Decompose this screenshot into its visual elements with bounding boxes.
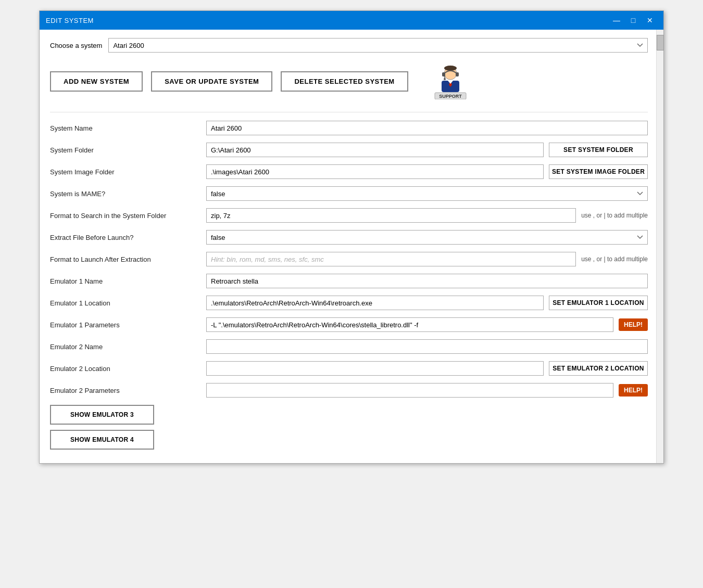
emulator1-location-label: Emulator 1 Location [50, 299, 206, 307]
set-emulator2-location-button[interactable]: SET EMULATOR 2 LOCATION [549, 361, 648, 376]
set-system-image-folder-button[interactable]: SET SYSTEM IMAGE FOLDER [549, 164, 648, 179]
action-buttons-row: ADD NEW SYSTEM SAVE OR UPDATE SYSTEM DEL… [50, 63, 648, 99]
show-emulator4-button[interactable]: SHOW EMULATOR 4 [50, 430, 154, 450]
set-system-folder-button[interactable]: SET SYSTEM FOLDER [549, 143, 648, 157]
system-image-folder-input[interactable] [206, 164, 544, 179]
save-or-update-button[interactable]: SAVE OR UPDATE SYSTEM [151, 71, 272, 92]
help1-button[interactable]: HELP! [619, 318, 648, 331]
emulator2-location-row: Emulator 2 Location SET EMULATOR 2 LOCAT… [50, 361, 648, 376]
emulator1-parameters-input[interactable] [206, 317, 613, 332]
system-image-folder-label: System Image Folder [50, 168, 206, 176]
window-title: EDIT SYSTEM [46, 17, 94, 24]
emulator2-name-row: Emulator 2 Name [50, 339, 648, 354]
emulator2-name-label: Emulator 2 Name [50, 343, 206, 351]
window-controls: — □ ✕ [609, 15, 657, 25]
format-launch-input[interactable] [206, 252, 576, 266]
emulator2-name-input[interactable] [206, 339, 648, 354]
choose-system-row: Choose a system Atari 2600 [50, 38, 648, 53]
show-emulator3-row: SHOW EMULATOR 3 [50, 405, 648, 425]
close-button[interactable]: ✕ [643, 15, 657, 25]
system-is-mame-row: System is MAME? false true [50, 186, 648, 201]
scrollbar[interactable] [656, 30, 663, 463]
emulator2-parameters-input[interactable] [206, 383, 613, 398]
svg-point-1 [444, 66, 457, 71]
system-name-label: System Name [50, 124, 206, 132]
emulator2-parameters-label: Emulator 2 Parameters [50, 387, 206, 394]
system-folder-input[interactable] [206, 143, 544, 157]
system-folder-row: System Folder SET SYSTEM FOLDER [50, 143, 648, 157]
show-emulator4-row: SHOW EMULATOR 4 [50, 430, 648, 450]
support-icon: SUPPORT [432, 63, 469, 99]
system-is-mame-label: System is MAME? [50, 190, 206, 198]
format-search-hint: use , or | to add multiple [581, 212, 648, 219]
title-bar: EDIT SYSTEM — □ ✕ [40, 11, 663, 30]
emulator2-location-label: Emulator 2 Location [50, 365, 206, 373]
emulator1-parameters-row: Emulator 1 Parameters HELP! [50, 317, 648, 332]
format-search-label: Format to Search in the System Folder [50, 212, 206, 220]
add-new-system-button[interactable]: ADD NEW SYSTEM [50, 71, 143, 92]
svg-text:SUPPORT: SUPPORT [439, 94, 462, 99]
divider [50, 112, 648, 112]
choose-system-select[interactable]: Atari 2600 [108, 38, 648, 53]
format-launch-row: Format to Launch After Extraction use , … [50, 252, 648, 266]
emulator1-name-row: Emulator 1 Name [50, 274, 648, 288]
system-folder-label: System Folder [50, 146, 206, 154]
delete-selected-button[interactable]: DELETE SELECTED SYSTEM [281, 71, 408, 92]
choose-system-label: Choose a system [50, 42, 102, 49]
format-launch-label: Format to Launch After Extraction [50, 255, 206, 263]
system-name-row: System Name [50, 121, 648, 135]
emulator1-parameters-label: Emulator 1 Parameters [50, 321, 206, 329]
scrollbar-thumb[interactable] [657, 35, 664, 50]
format-launch-hint: use , or | to add multiple [581, 255, 648, 263]
system-image-folder-row: System Image Folder SET SYSTEM IMAGE FOL… [50, 164, 648, 179]
emulator1-location-input[interactable] [206, 296, 544, 310]
maximize-button[interactable]: □ [626, 15, 641, 25]
help2-button[interactable]: HELP! [619, 384, 648, 397]
format-search-row: Format to Search in the System Folder us… [50, 208, 648, 223]
emulator2-location-input[interactable] [206, 361, 544, 376]
emulator1-location-row: Emulator 1 Location SET EMULATOR 1 LOCAT… [50, 296, 648, 310]
system-name-input[interactable] [206, 121, 648, 135]
set-emulator1-location-button[interactable]: SET EMULATOR 1 LOCATION [549, 296, 648, 310]
support-button[interactable]: SUPPORT [432, 63, 469, 99]
emulator1-name-input[interactable] [206, 274, 648, 288]
minimize-button[interactable]: — [609, 15, 624, 25]
extract-file-label: Extract File Before Launch? [50, 234, 206, 241]
emulator1-name-label: Emulator 1 Name [50, 277, 206, 285]
svg-rect-6 [456, 72, 459, 76]
extract-file-select[interactable]: false true [206, 230, 648, 245]
emulator2-parameters-row: Emulator 2 Parameters HELP! [50, 383, 648, 398]
svg-point-8 [444, 78, 446, 80]
show-emulator3-button[interactable]: SHOW EMULATOR 3 [50, 405, 154, 425]
format-search-input[interactable] [206, 208, 576, 223]
system-is-mame-select[interactable]: false true [206, 186, 648, 201]
extract-file-row: Extract File Before Launch? false true [50, 230, 648, 245]
